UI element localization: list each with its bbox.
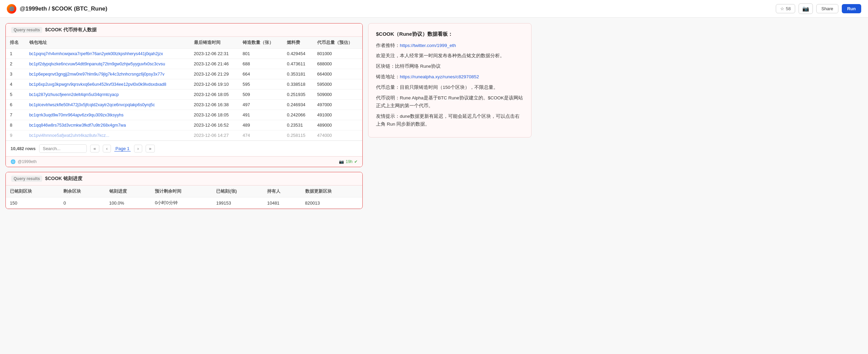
pcol-4: 预计剩余时间 [151, 186, 212, 197]
next-page-button[interactable]: › [134, 145, 142, 152]
table-row: 5 bc1q287ylzhuscfjeenn2delt4qm5ul34qrmtc… [6, 90, 362, 100]
wallet-link[interactable]: bc1q287ylzhuscfjeenn2delt4qm5ul34qrmtcya… [29, 92, 119, 97]
table-row: 150 0 100.0% 0小时0分钟 199153 10481 820013 [6, 197, 362, 209]
gas-cell: 0.473611 [283, 59, 313, 69]
amount-cell: 491 [239, 110, 283, 120]
p4-cell: 0小时0分钟 [151, 197, 212, 209]
holders-card-title: $COOK 代币持有人数据 [45, 27, 97, 33]
time-cell: 2023-12-06 22:31 [190, 49, 239, 59]
wallet-cell[interactable]: bc1pf2dypqlvzke6ncvuw54dtt9npanutq72tm9g… [25, 59, 190, 69]
rank-cell: 3 [6, 69, 25, 79]
wallet-link[interactable]: bc1pvi4hmnoe5afjwat2uhrt4kaz8utv7kcz... [29, 133, 110, 138]
right-panel-content: 作者推特：https://twitter.com/1999_eth欢迎关注，本人… [376, 42, 524, 128]
right-panel-line: 友情提示：dune数据更新有延迟，可能会延迟几个区块，可以点击右上角 Run 同… [376, 113, 524, 128]
progress-table-wrapper: 已铭刻区块 剩余区块 铭刻进度 预计剩余时间 已铭刻(张) 持有人 数据更新区块… [6, 186, 362, 209]
last-page-button[interactable]: » [146, 145, 155, 152]
wallet-link[interactable]: bc1qrrk3uqd9w70mr964apv6zx9qu309zx3tksyy… [29, 113, 124, 117]
wallet-link[interactable]: bc1pf2dypqlvzke6ncvuw54dtt9npanutq72tm9g… [29, 62, 165, 66]
camera-button[interactable]: 📷 [799, 3, 813, 14]
main-layout: Query results $COOK 代币持有人数据 排名 钱包地址 最后铸造… [0, 18, 868, 214]
holders-card-header: Query results $COOK 代币持有人数据 [6, 23, 362, 37]
search-input[interactable] [39, 144, 87, 153]
wallet-link[interactable]: bc1qq846w8rs753d3vcmkw3fkdf7u9tr268x4gm7… [29, 123, 126, 128]
time-cell: 2023-12-06 19:10 [190, 79, 239, 90]
star-button[interactable]: ☆ 58 [776, 4, 795, 13]
col-amount: 铸造数量（张） [239, 37, 283, 49]
holders-table-header-row: 排名 钱包地址 最后铸造时间 铸造数量（张） 燃料费 代币总量（预估） [6, 37, 362, 49]
page-label[interactable]: Page 1 [114, 146, 130, 151]
wallet-link[interactable]: bc1p6epeqnvt3gngjj2mw0re97hlm9u79jlg7k4c… [29, 72, 165, 77]
total-cell: 688000 [313, 59, 362, 69]
progress-table: 已铭刻区块 剩余区块 铭刻进度 预计剩余时间 已铭刻(张) 持有人 数据更新区块… [6, 186, 362, 209]
rows-count: 10,482 rows [11, 146, 36, 151]
total-cell: 509000 [313, 90, 362, 100]
col-time: 最后铸造时间 [190, 37, 239, 49]
top-bar: 🌐 @1999eth / $COOK (BTC_Rune) ☆ 58 📷 Sha… [0, 0, 868, 18]
table-row: 9 bc1pvi4hmnoe5afjwat2uhrt4kaz8utv7kcz..… [6, 130, 362, 141]
author-avatar-icon: 🌐 [11, 159, 16, 164]
wallet-cell[interactable]: bc1q287ylzhuscfjeenn2delt4qm5ul34qrmtcya… [25, 90, 190, 100]
amount-cell: 595 [239, 79, 283, 90]
share-button[interactable]: Share [816, 4, 838, 13]
rank-cell: 6 [6, 100, 25, 110]
right-panel-line: 欢迎关注，本人经常第一时间发布各种热点铭文的数据分析。 [376, 52, 524, 60]
col-wallet: 钱包地址 [25, 37, 190, 49]
wallet-link[interactable]: bc1p6xp2uvg3kpwgrv9qrsvkxq6e6un452kvf334… [29, 82, 166, 87]
wallet-cell[interactable]: bc1p6xp2uvg3kpwgrv9qrsvkxq6e6un452kvf334… [25, 79, 190, 90]
wallet-cell[interactable]: bc1pqnq7rh4vmhcwqwxa7rpef6rr76an2yek00tz… [25, 49, 190, 59]
wallet-cell[interactable]: bc1qrrk3uqd9w70mr964apv6zx9qu309zx3tksyy… [25, 110, 190, 120]
prev-page-button[interactable]: ‹ [103, 145, 111, 152]
holders-card: Query results $COOK 代币持有人数据 排名 钱包地址 最后铸造… [5, 23, 363, 167]
gas-cell: 0.338518 [283, 79, 313, 90]
table-row: 2 bc1pf2dypqlvzke6ncvuw54dtt9npanutq72tm… [6, 59, 362, 69]
gas-cell: 0.251935 [283, 90, 313, 100]
star-count: 58 [786, 6, 791, 11]
wallet-cell[interactable]: bc1plcevtrlwszkfle50h472j3x5jfcqld2xaytr… [25, 100, 190, 110]
table-row: 7 bc1qrrk3uqd9w70mr964apv6zx9qu309zx3tks… [6, 110, 362, 120]
pcol-2: 剩余区块 [59, 186, 105, 197]
star-icon: ☆ [780, 6, 784, 11]
panel-link[interactable]: https://twitter.com/1999_eth [400, 43, 456, 48]
holders-card-meta: 🌐 @1999eth 📷 19h ✔ [6, 156, 362, 167]
right-panel-title: $COOK（Rune协议）数据看板： [376, 30, 524, 38]
pcol-7: 数据更新区块 [301, 186, 362, 197]
table-row: 8 bc1qq846w8rs753d3vcmkw3fkdf7u9tr268x4g… [6, 120, 362, 130]
amount-cell: 509 [239, 90, 283, 100]
table-row: 1 bc1pqnq7rh4vmhcwqwxa7rpef6rr76an2yek00… [6, 49, 362, 59]
p7-cell: 820013 [301, 197, 362, 209]
pcol-3: 铭刻进度 [105, 186, 151, 197]
page-title: @1999eth / $COOK (BTC_Rune) [20, 5, 107, 12]
camera-meta-icon: 📷 [339, 159, 344, 164]
col-rank: 排名 [6, 37, 25, 49]
author-name: @1999eth [18, 159, 37, 164]
gas-cell: 0.242066 [283, 110, 313, 120]
col-total: 代币总量（预估） [313, 37, 362, 49]
p3-cell: 100.0% [105, 197, 151, 209]
pcol-6: 持有人 [263, 186, 301, 197]
right-panel-line: 代币总量：目前只限铸造时间（150个区块），不限总量。 [376, 84, 524, 92]
rank-cell: 8 [6, 120, 25, 130]
query-results-label-2: Query results [11, 176, 42, 182]
first-page-button[interactable]: « [90, 145, 99, 152]
time-cell: 2023-12-06 16:52 [190, 120, 239, 130]
table-row: 6 bc1plcevtrlwszkfle50h472j3x5jfcqld2xay… [6, 100, 362, 110]
total-cell: 491000 [313, 110, 362, 120]
right-panel-line: 区块链：比特币网络 Rune协议 [376, 63, 524, 70]
rank-cell: 5 [6, 90, 25, 100]
col-gas: 燃料费 [283, 37, 313, 49]
table-row: 3 bc1p6epeqnvt3gngjj2mw0re97hlm9u79jlg7k… [6, 69, 362, 79]
panel-link[interactable]: https://runealpha.xyz/runes/c82970852 [400, 74, 479, 79]
wallet-link[interactable]: bc1pqnq7rh4vmhcwqwxa7rpef6rr76an2yek00tz… [29, 51, 163, 56]
progress-table-header-row: 已铭刻区块 剩余区块 铭刻进度 预计剩余时间 已铭刻(张) 持有人 数据更新区块 [6, 186, 362, 197]
time-ago: 19h [346, 159, 353, 164]
total-cell: 497000 [313, 100, 362, 110]
wallet-cell[interactable]: bc1qq846w8rs753d3vcmkw3fkdf7u9tr268x4gm7… [25, 120, 190, 130]
wallet-cell[interactable]: bc1p6epeqnvt3gngjj2mw0re97hlm9u79jlg7k4c… [25, 69, 190, 79]
wallet-cell[interactable]: bc1pvi4hmnoe5afjwat2uhrt4kaz8utv7kcz... [25, 130, 190, 141]
p5-cell: 199153 [212, 197, 263, 209]
avatar-icon: 🌐 [9, 6, 14, 11]
wallet-link[interactable]: bc1plcevtrlwszkfle50h472j3x5jfcqld2xaytr… [29, 102, 155, 107]
rank-cell: 4 [6, 79, 25, 90]
gas-cell: 0.23531 [283, 120, 313, 130]
run-button[interactable]: Run [842, 4, 861, 13]
